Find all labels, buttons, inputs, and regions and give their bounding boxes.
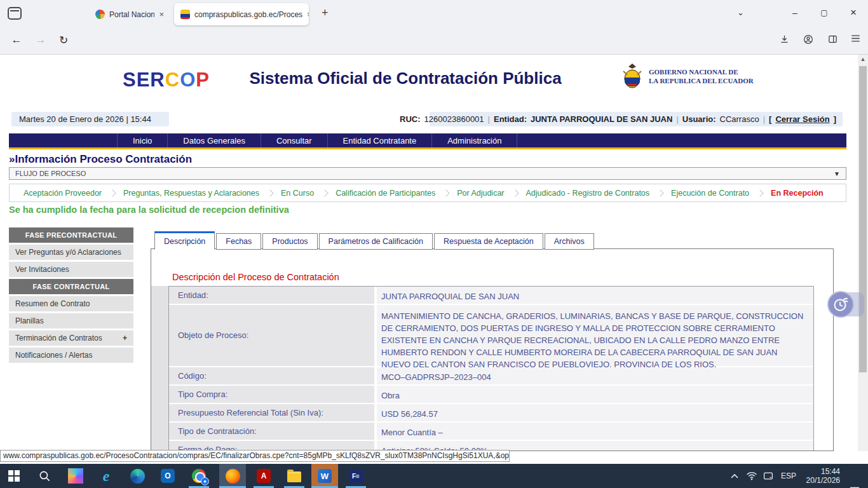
row-label: Presupuesto Referencial Total (Sin Iva): [169,404,374,421]
browser-tab-bar: Portal Nacional de Transparenci × compra… [0,0,868,28]
ruc-value: 1260023860001 [424,114,484,124]
sidebar: FASE PRECONTRACTUAL Ver Preguntas y/ó Ac… [9,227,133,365]
scroll-up-arrow-icon[interactable]: ▲ [858,56,868,62]
sidebar-item-ver-preguntas[interactable]: Ver Preguntas y/ó Aclaraciones [9,245,133,260]
tab-productos[interactable]: Productos [262,233,317,250]
floating-timer-widget[interactable] [827,291,864,318]
new-tab-button[interactable]: + [322,6,329,20]
search-icon[interactable] [37,468,52,484]
tab-title: compraspublicas.gob.ec/Proces [194,10,302,19]
ecuador-emblem-favicon-icon [180,10,190,19]
chevron-right-icon [266,189,273,196]
row-value: MCO–GADPRSJP–2023–004 [377,367,813,384]
row-label: Tipo de Contratación: [169,423,374,440]
word-icon[interactable]: W [317,468,332,484]
account-icon[interactable] [801,34,816,44]
usuario-label: Usuario: [682,114,716,124]
sidebar-item-terminacion-contratos[interactable]: Terminación de Contratos+ [9,330,133,346]
cast-display-icon[interactable] [760,464,776,488]
menu-icon[interactable] [848,34,863,43]
window-minimize-button[interactable]: – [780,0,810,25]
wifi-icon[interactable] [743,464,760,488]
feo-app-icon[interactable]: F≡ [348,468,363,484]
window-close-button[interactable]: × [839,0,868,25]
flow-step: Por Adjudicar [457,189,504,198]
window-maximize-button[interactable]: ▢ [810,0,839,25]
tray-chevron-up-icon[interactable] [727,464,742,488]
tab-respuesta[interactable]: Respuesta de Aceptación [434,233,543,250]
page-title: Sistema Oficial de Contratación Pública [234,69,577,88]
table-row: Presupuesto Referencial Total (Sin Iva):… [169,404,813,421]
tab-descripcion[interactable]: Descripción [154,231,215,250]
scrollbar-thumb[interactable] [859,66,867,372]
back-icon[interactable]: ← [9,34,24,46]
sidebar-item-planillas[interactable]: Planillas [9,313,133,329]
acrobat-icon[interactable]: A [256,468,271,484]
chevron-right-icon [109,189,116,196]
sidebar-item-resumen-contrato[interactable]: Resumen de Contrato [9,296,133,311]
detail-tabs: Descripción Fechas Productos Parámetros … [154,231,595,250]
file-explorer-icon[interactable] [287,468,302,484]
tab-parametros[interactable]: Parámetros de Calificación [319,233,433,250]
flow-step: Ejecución de Contrato [671,189,749,198]
sidebar-item-ver-invitaciones[interactable]: Ver Invitaciones [9,262,133,277]
link-status-bar: www.compraspublicas.gob.ec/ProcesoContra… [0,450,510,462]
government-brand: GOBIERNO NACIONAL DELA REPUBLICA DEL ECU… [621,62,754,90]
menu-item-administracion[interactable]: Administración [431,133,517,147]
process-flow-breadcrumb: Aceptación Proveedor Preguntas, Respuest… [9,184,846,202]
language-indicator[interactable]: ESP [778,464,799,488]
flow-step-current: En Recepción [771,189,824,198]
page-viewport: SERCOP Sistema Oficial de Contratación P… [0,55,868,451]
edge-icon[interactable] [130,468,145,484]
forward-icon[interactable]: → [33,34,48,46]
outlook-icon[interactable]: O [160,468,175,484]
clock[interactable]: 15:44 20/1/2026 [799,464,841,488]
tab-close-icon[interactable]: × [307,10,309,19]
page-scrollbar[interactable]: ▲ [858,55,868,451]
tray-time: 15:44 [821,467,840,476]
tab-close-icon[interactable]: × [159,10,164,19]
main-menu: Inicio Datos Generales Consultar Entidad… [9,133,846,147]
firefox-view-icon[interactable] [8,7,22,20]
menu-item-inicio[interactable]: Inicio [117,133,167,147]
tray-date: 20/1/2026 [806,476,840,485]
sidebar-icon[interactable] [825,34,840,44]
sercop-logo: SERCOP [123,69,210,92]
notification-center-icon[interactable]: 3 [844,479,865,488]
sidebar-item-notificaciones[interactable]: Notificaciones / Alertas [9,348,133,363]
table-row: Tipo Compra: Obra [169,386,813,403]
flow-step: Preguntas, Respuestas y Aclaraciones [123,189,259,198]
menu-item-entidad-contratante[interactable]: Entidad Contratante [327,133,432,147]
description-table: Entidad: JUNTA PARROQUIAL DE SAN JUAN Ob… [168,286,814,451]
copilot-icon[interactable] [68,468,83,484]
downloads-icon[interactable] [776,34,792,44]
row-label: Código: [169,367,374,384]
menu-item-datos-generales[interactable]: Datos Generales [167,133,261,147]
sidebar-header-precontractual: FASE PRECONTRACTUAL [9,227,133,243]
flow-step: Aceptación Proveedor [24,189,102,198]
chrome-icon[interactable]: ● [191,468,207,484]
row-label: Objeto de Proceso: [169,305,374,366]
start-button-icon[interactable] [6,468,22,484]
flujo-de-proceso-select[interactable]: FLUJO DE PROCESO ▼ [9,167,846,180]
tab-archivos[interactable]: Archivos [545,233,594,250]
ruc-label: RUC: [400,114,421,124]
usuario-value: CCarrasco [720,114,759,124]
menu-item-consultar[interactable]: Consultar [261,133,327,147]
chevron-right-icon [756,189,763,196]
flow-step: Adjudicado - Registro de Contratos [526,189,650,198]
browser-tab-compraspublicas[interactable]: compraspublicas.gob.ec/Proces × [174,3,309,25]
internet-explorer-icon[interactable]: e [98,468,114,484]
logout-link[interactable]: Cerrar Sesión [775,114,829,124]
list-all-tabs-icon[interactable]: ⌄ [737,8,744,17]
expand-plus-icon[interactable]: + [123,330,127,346]
timer-clock-icon[interactable] [827,291,854,318]
row-value: USD 56,284.57 [377,404,813,421]
reload-icon[interactable]: ↻ [56,34,71,47]
tab-fechas[interactable]: Fechas [216,233,261,250]
gold-stripe [9,147,846,149]
browser-tab-portal[interactable]: Portal Nacional de Transparenci × [89,4,170,25]
sidebar-header-contractual: FASE CONTRACTUAL [9,279,133,294]
firefox-icon[interactable] [225,468,240,484]
table-row: Entidad: JUNTA PARROQUIAL DE SAN JUAN [169,287,813,304]
